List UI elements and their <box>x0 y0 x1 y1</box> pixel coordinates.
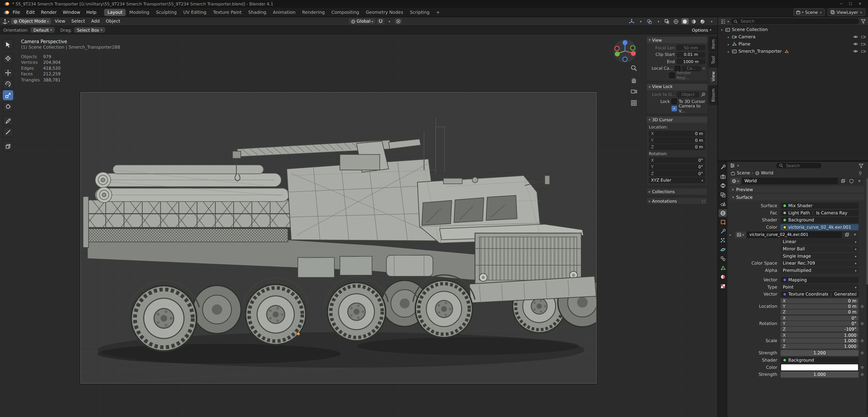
workspace-tab-uv-editing[interactable]: UV Editing <box>180 8 210 16</box>
sidebar-tab-bloom[interactable]: Bloom <box>709 85 717 105</box>
workspace-tab-shading[interactable]: Shading <box>245 8 270 16</box>
view-layer-selector[interactable]: ViewLayer ✕ <box>828 8 865 16</box>
model-smerch-transporter[interactable] <box>81 92 596 383</box>
outliner-search-input[interactable] <box>739 18 856 24</box>
orientation-setting-dropdown[interactable]: Default ▾ <box>31 27 55 33</box>
filter-icon[interactable] <box>861 19 866 24</box>
filter-icon[interactable] <box>859 163 864 168</box>
drag-setting-dropdown[interactable]: Select Box ▾ <box>74 27 105 33</box>
alpha-dropdown[interactable]: Premultiplied▾ <box>780 268 859 274</box>
panel-preview-header[interactable]: ▸ Preview <box>729 186 864 193</box>
camera-object-label[interactable]: Camera <box>739 34 755 39</box>
panel-annotations-header[interactable]: ▸ Annotations <box>647 198 708 204</box>
outliner-editor-icon[interactable] <box>720 19 725 24</box>
world-name-field[interactable]: World <box>742 178 838 184</box>
workspace-tab-layout[interactable]: Layout <box>104 8 126 16</box>
rotation-z-field[interactable]: Z-109° <box>780 327 859 332</box>
tab-render[interactable] <box>718 173 727 180</box>
render-region-checkbox[interactable] <box>669 72 675 78</box>
disclosure-icon[interactable]: ▸ <box>727 50 730 53</box>
browse-image-button[interactable]: ▾ <box>735 231 745 238</box>
zoom-button[interactable] <box>630 64 638 72</box>
decorator-icon[interactable] <box>860 322 864 325</box>
pan-button[interactable] <box>630 76 638 84</box>
shading-material-button[interactable] <box>690 18 698 24</box>
properties-scrollbar[interactable] <box>866 178 868 415</box>
snap-options-dropdown[interactable]: ▾ <box>386 18 393 24</box>
tab-constraints[interactable] <box>718 255 727 262</box>
browse-world-button[interactable]: ▾ <box>730 178 741 184</box>
unlink-world-button[interactable]: ✕ <box>856 178 863 184</box>
overlays-options-dropdown[interactable]: ▾ <box>655 18 662 24</box>
scale-x-field[interactable]: X1.000 <box>780 333 859 338</box>
cursor-location-x[interactable]: X0 m <box>649 131 706 137</box>
outliner-search[interactable] <box>731 18 859 24</box>
lock-to-cursor-checkbox[interactable] <box>672 98 677 104</box>
location-z-field[interactable]: Z0 m <box>780 309 859 315</box>
editor-type-button[interactable]: ▾ <box>2 18 9 24</box>
rotation-order-dropdown[interactable]: XYZ Euler▾ <box>649 177 706 183</box>
fac-field[interactable]: Light PathIs Camera Ray <box>780 210 859 216</box>
cursor-rotation-z[interactable]: Z0° <box>649 171 706 177</box>
new-world-button[interactable] <box>839 178 846 184</box>
viewport-3d[interactable]: Camera Perspective (1) Scene Collection … <box>0 34 717 417</box>
tab-object-data[interactable] <box>718 264 727 272</box>
cursor-rotation-y[interactable]: Y0° <box>649 164 706 170</box>
tool-scale[interactable] <box>3 90 13 100</box>
decorator-icon[interactable] <box>860 305 864 308</box>
cursor-location-y[interactable]: Y0 m <box>649 137 706 143</box>
scene-collection-label[interactable]: Scene Collection <box>732 27 768 32</box>
breadcrumb-scene[interactable]: Scene <box>737 171 750 176</box>
rotation-x-field[interactable]: X0° <box>780 316 859 321</box>
proportional-editing-toggle[interactable] <box>395 18 402 24</box>
menu-add[interactable]: Add <box>89 18 102 24</box>
sidebar-tab-tool[interactable]: Tool <box>709 53 717 67</box>
hide-eye-icon[interactable] <box>853 49 858 54</box>
options-dropdown[interactable]: Options ▾ <box>689 27 714 33</box>
clip-start-field[interactable]: 0.01 m <box>677 52 705 57</box>
tool-cursor[interactable] <box>3 53 13 63</box>
shading-options-dropdown[interactable]: ▾ <box>708 18 715 24</box>
location-x-field[interactable]: X0 m <box>780 298 859 303</box>
tab-world[interactable] <box>718 209 727 217</box>
location-y-field[interactable]: Y0 m <box>780 304 859 309</box>
disable-render-icon[interactable] <box>861 34 866 39</box>
menu-object[interactable]: Object <box>103 18 122 24</box>
tab-material[interactable] <box>718 273 727 280</box>
tab-physics[interactable] <box>718 246 727 253</box>
menu-edit[interactable]: Edit <box>24 9 37 15</box>
sidebar-tab-view[interactable]: View <box>709 68 717 85</box>
transform-orientation-dropdown[interactable]: Global ▾ <box>349 18 375 24</box>
camera-to-view-checkbox[interactable]: ✓ <box>672 106 677 111</box>
strength2-slider[interactable]: 1.000 <box>780 371 859 378</box>
workspace-tab-geometry-nodes[interactable]: Geometry Nodes <box>363 8 406 16</box>
sidebar-tab-item[interactable]: Item <box>709 36 717 52</box>
tool-measure[interactable] <box>3 127 13 137</box>
smerch-collection-label[interactable]: Smerch_Transporter <box>739 49 782 54</box>
outliner-row-camera[interactable]: ▸ Camera <box>718 33 868 40</box>
tab-modifiers[interactable] <box>718 227 727 235</box>
tool-select-box[interactable] <box>3 39 13 49</box>
disable-render-icon[interactable] <box>861 41 866 47</box>
panel-3d-cursor-header[interactable]: ▾ 3D Cursor <box>647 116 708 123</box>
snap-toggle[interactable] <box>377 18 384 24</box>
clear-local-camera-icon[interactable]: ✕ <box>703 66 705 70</box>
rotation-y-field[interactable]: Y0° <box>780 321 859 326</box>
color-image-field[interactable]: victoria_curve_02_4k.exr.001 <box>780 224 859 231</box>
shader-field[interactable]: Background <box>780 217 859 223</box>
properties-search-input[interactable] <box>785 162 819 169</box>
vector-texcoord-field[interactable]: Texture CoordinateGenerated <box>780 291 859 297</box>
strength-slider[interactable]: 1.200 <box>780 350 859 356</box>
menu-window[interactable]: Window <box>60 9 83 15</box>
panel-collections-header[interactable]: ▸ Collections <box>647 188 708 195</box>
scene-selector[interactable]: ▾ Scene ✕ <box>793 8 825 16</box>
interpolation-dropdown[interactable]: Linear▾ <box>780 239 859 245</box>
workspace-tab-compositing[interactable]: Compositing <box>328 8 363 16</box>
hide-eye-icon[interactable] <box>853 34 858 39</box>
lock-to-object-field[interactable]: Object <box>677 92 699 97</box>
menu-select[interactable]: Select <box>69 18 87 24</box>
outliner-row-smerch-transporter[interactable]: ▸ Smerch_Transporter <box>718 48 868 55</box>
shader2-field[interactable]: Background <box>780 357 859 363</box>
cursor-rotation-x[interactable]: X0° <box>649 157 706 163</box>
disable-render-icon[interactable] <box>861 49 866 54</box>
